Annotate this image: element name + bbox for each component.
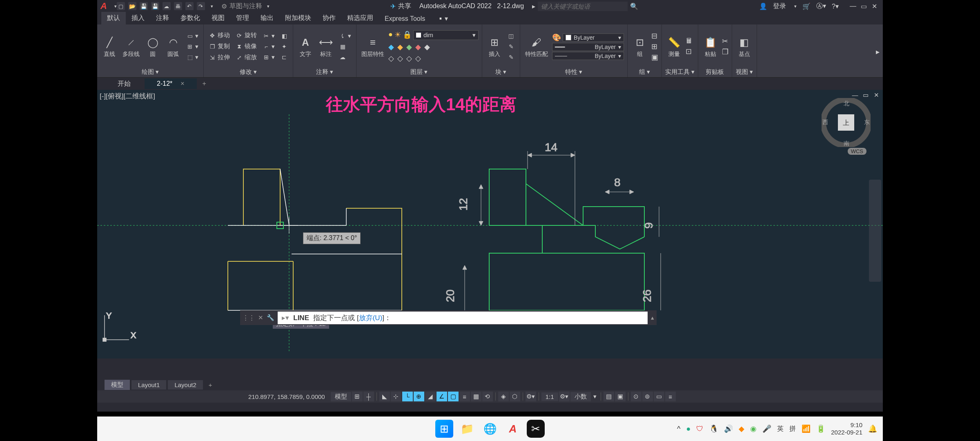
move-button[interactable]: ✥移动 bbox=[207, 31, 232, 40]
cmd-handle-icon[interactable]: ⋮⋮ bbox=[243, 314, 255, 321]
otrack-icon[interactable]: ∠ bbox=[437, 392, 447, 401]
color-wheel-icon[interactable]: 🎨 bbox=[552, 33, 561, 42]
layer-props-button[interactable]: ≡图层特性 bbox=[360, 34, 386, 59]
isodraft-icon[interactable]: ◢ bbox=[425, 392, 436, 401]
redo-icon[interactable]: ↷ bbox=[197, 2, 205, 10]
view-cube[interactable]: 北 南 东 西 上 WCS bbox=[822, 98, 871, 147]
panel-layer-label[interactable]: 图层 ▾ bbox=[360, 67, 479, 77]
boundary-button[interactable]: ⬚▾ bbox=[185, 53, 200, 62]
circle-button[interactable]: ◯圆 bbox=[144, 34, 162, 59]
panel-props-label[interactable]: 特性 ▾ bbox=[523, 67, 624, 77]
polyline-button[interactable]: ⟋多段线 bbox=[121, 34, 141, 59]
cloud-icon[interactable]: ☁ bbox=[163, 2, 171, 10]
plot-icon[interactable]: 🖶 bbox=[174, 2, 182, 10]
lineweight-dropdown[interactable]: ━━━ByLayer▾ bbox=[552, 43, 624, 51]
battery-icon[interactable]: 🔋 bbox=[816, 424, 825, 433]
rect-button[interactable]: ▭▾ bbox=[185, 31, 200, 40]
panel-modify-label[interactable]: 修改 ▾ bbox=[207, 67, 290, 77]
add-layout-button[interactable]: + bbox=[205, 380, 216, 390]
tab-collab[interactable]: 协作 bbox=[317, 12, 341, 24]
notifications-icon[interactable]: 🔔 bbox=[868, 424, 877, 433]
tray-cloud-icon[interactable]: ● bbox=[686, 425, 690, 433]
file-tab[interactable]: 2-12*× bbox=[145, 78, 197, 89]
tab-annotate[interactable]: 注释 bbox=[150, 12, 175, 24]
tray-app1-icon[interactable]: ◆ bbox=[739, 424, 744, 433]
drawing-canvas[interactable]: [-][俯视][二维线框] — ▭ ✕ 往水平方向输入14的距离 bbox=[97, 90, 883, 359]
search-input[interactable] bbox=[538, 2, 628, 11]
layer-sun-icon[interactable]: ☀ bbox=[394, 30, 401, 40]
coordinates[interactable]: 210.8977, 158.7859, 0.0000 bbox=[248, 393, 325, 400]
transparency-icon[interactable]: ▦ bbox=[471, 392, 481, 401]
app-logo[interactable]: A bbox=[100, 1, 107, 11]
custom-icon[interactable]: ≡ bbox=[665, 392, 676, 401]
group-button[interactable]: ⊡组 bbox=[631, 34, 649, 59]
undo-icon[interactable]: ↶ bbox=[185, 2, 194, 10]
autocad-icon[interactable]: A bbox=[504, 420, 522, 438]
3dosnap-icon[interactable]: ◈ bbox=[498, 392, 509, 401]
cloud-button[interactable]: ☁ bbox=[337, 53, 353, 62]
qprops-icon[interactable]: ▤ bbox=[604, 392, 614, 401]
matchprop-button[interactable]: 🖌特性匹配 bbox=[523, 34, 550, 59]
layout1-tab[interactable]: Layout1 bbox=[131, 380, 166, 390]
save-icon[interactable]: 💾 bbox=[140, 2, 148, 10]
snap-icon[interactable]: ┼ bbox=[363, 392, 374, 401]
rotate-button[interactable]: ⟳旋转 bbox=[234, 31, 258, 40]
lock-ui-icon[interactable]: ▣ bbox=[615, 392, 626, 401]
layer-dropdown[interactable]: dim ▾ bbox=[413, 30, 479, 40]
layer-bulb-icon[interactable]: ● bbox=[388, 30, 393, 40]
explode-button[interactable]: ✦ bbox=[279, 42, 290, 51]
osnap-icon[interactable]: ▢ bbox=[448, 392, 459, 401]
ime-mode[interactable]: 拼 bbox=[789, 425, 796, 433]
copy-button[interactable]: ❐复制 bbox=[207, 42, 232, 51]
annoviz-icon[interactable]: ⚙▾ bbox=[559, 392, 570, 401]
tray-app2-icon[interactable]: ◉ bbox=[750, 424, 757, 433]
qat-dd[interactable]: ▾ bbox=[211, 4, 213, 9]
wifi-icon[interactable]: 📶 bbox=[802, 424, 811, 433]
panel-annot-label[interactable]: 注释 ▾ bbox=[296, 67, 353, 77]
search-box[interactable]: ▸ 🔍 bbox=[532, 2, 638, 11]
maximize-button[interactable]: ▭ bbox=[859, 2, 868, 10]
array-button[interactable]: ⊞▾ bbox=[261, 53, 276, 62]
linetype-dropdown[interactable]: ───ByLayer▾ bbox=[552, 52, 624, 60]
ortho-icon[interactable]: └ bbox=[402, 392, 413, 401]
search-icon[interactable]: 🔍 bbox=[630, 2, 638, 10]
tray-mic-icon[interactable]: 🎤 bbox=[762, 424, 771, 433]
command-input[interactable]: ▸▾ LINE 指定下一点或 [放弃(U)]： bbox=[278, 312, 648, 324]
stretch-button[interactable]: ⇲拉伸 bbox=[207, 53, 232, 62]
ribbon-collapse-icon[interactable]: ▸ bbox=[876, 47, 880, 56]
dyn-ucs-icon[interactable]: ⬡ bbox=[510, 392, 520, 401]
line-button[interactable]: ╱直线 bbox=[100, 34, 118, 59]
ime-lang[interactable]: 英 bbox=[777, 425, 784, 433]
offset-button[interactable]: ⊏ bbox=[279, 53, 290, 62]
user-icon[interactable]: 👤 bbox=[759, 2, 767, 10]
cmd-customize-icon[interactable]: 🔧 bbox=[267, 314, 274, 321]
explorer-icon[interactable]: 📁 bbox=[458, 420, 476, 438]
dimension-button[interactable]: ⟷标注 bbox=[317, 34, 335, 59]
saveas-icon[interactable]: 💾 bbox=[151, 2, 159, 10]
tab-featured[interactable]: 精选应用 bbox=[341, 12, 379, 24]
model-tab[interactable]: 模型 bbox=[105, 380, 130, 390]
hw-icon[interactable]: ⊚ bbox=[642, 392, 653, 401]
autodesk-icon[interactable]: Ⓐ▾ bbox=[816, 2, 826, 11]
table-button[interactable]: ▦ bbox=[337, 42, 353, 51]
wcs-badge[interactable]: WCS bbox=[848, 148, 866, 155]
lineweight-icon[interactable]: ≡ bbox=[459, 392, 470, 401]
tab-view[interactable]: 视图 bbox=[206, 12, 230, 24]
units-label[interactable]: 小数 bbox=[570, 392, 591, 401]
start-button[interactable]: ⊞ bbox=[435, 420, 453, 438]
measure-button[interactable]: 📏测量 bbox=[665, 34, 683, 59]
erase-button[interactable]: ◧ bbox=[279, 31, 290, 40]
grid-icon[interactable]: ⊞ bbox=[352, 392, 363, 401]
navigation-bar[interactable] bbox=[869, 180, 881, 282]
edge-icon[interactable]: 🌐 bbox=[481, 420, 499, 438]
hatch-button[interactable]: ⊞▾ bbox=[185, 42, 200, 51]
tray-shield-icon[interactable]: 🛡 bbox=[696, 425, 704, 433]
annoscale[interactable]: 1:1 bbox=[541, 392, 558, 401]
color-dropdown[interactable]: ByLayer▾ bbox=[563, 33, 624, 42]
leader-button[interactable]: ⤹▾ bbox=[337, 31, 353, 40]
tab-default[interactable]: 默认 bbox=[101, 12, 126, 24]
tab-boxed[interactable]: ▫️▾ bbox=[431, 13, 454, 24]
sel-filter-icon[interactable]: ⚙▾ bbox=[526, 392, 536, 401]
cmd-history-icon[interactable]: ▴ bbox=[651, 314, 654, 321]
insert-button[interactable]: ⊞插入 bbox=[486, 34, 503, 59]
